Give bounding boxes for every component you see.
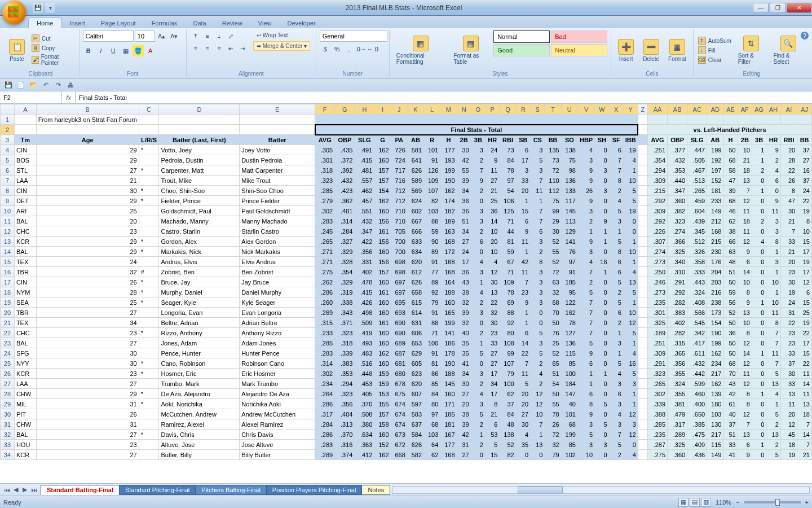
data-cell[interactable]: 583 (407, 409, 423, 419)
data-cell[interactable]: 26 (36, 409, 139, 419)
name-box[interactable]: F2 (0, 91, 62, 103)
data-cell[interactable]: 156 (374, 237, 391, 247)
data-cell[interactable]: 88 (424, 216, 440, 226)
data-cell[interactable]: 624 (407, 196, 423, 206)
header-cell[interactable]: OBP (335, 135, 355, 145)
header-cell[interactable]: 3B (471, 135, 485, 145)
data-cell[interactable]: 1 (609, 348, 623, 358)
header-cell[interactable]: OBP (668, 135, 687, 145)
data-cell[interactable]: 27 (36, 379, 139, 389)
data-cell[interactable]: 66 (723, 237, 738, 247)
data-cell[interactable]: 29 (36, 196, 139, 206)
header-cell[interactable]: H (723, 135, 738, 145)
data-cell[interactable]: .189 (648, 328, 668, 338)
data-cell[interactable]: 126 (424, 165, 440, 176)
data-cell[interactable]: 102 (561, 450, 577, 460)
data-cell[interactable]: 1 (595, 237, 609, 247)
data-cell[interactable]: 91 (561, 267, 577, 277)
data-cell[interactable]: 5 (623, 369, 638, 379)
data-cell[interactable]: 9 (766, 196, 780, 206)
data-cell[interactable]: 3 (471, 399, 485, 409)
data-cell[interactable]: 21 (485, 409, 499, 419)
data-cell[interactable]: 626 (407, 440, 423, 450)
data-cell[interactable]: 19 (623, 206, 638, 216)
data-cell[interactable]: 3 (531, 338, 545, 348)
data-cell[interactable]: 1 (595, 226, 609, 237)
data-cell[interactable]: 0 (752, 247, 766, 257)
data-cell[interactable] (139, 450, 159, 460)
data-cell[interactable]: 2 (766, 419, 780, 430)
data-cell[interactable]: 52 (723, 308, 738, 318)
data-cell[interactable]: 73 (545, 155, 561, 165)
data-cell[interactable]: 168 (440, 450, 457, 460)
data-cell[interactable]: 230 (707, 247, 723, 257)
data-cell[interactable]: 631 (407, 318, 423, 328)
format-painter-button[interactable]: 🖌Format Painter (30, 53, 76, 67)
data-cell[interactable] (638, 348, 647, 358)
tab-view[interactable]: View (250, 18, 280, 28)
data-cell[interactable]: 623 (407, 369, 423, 379)
data-cell[interactable]: 52 (545, 257, 561, 267)
data-cell[interactable] (638, 389, 647, 399)
data-cell[interactable]: 0 (595, 348, 609, 358)
data-cell[interactable]: 17 (797, 338, 812, 348)
data-cell[interactable]: TBR (14, 267, 36, 277)
data-cell[interactable]: 19 (797, 257, 812, 267)
header-cell[interactable]: SB (516, 135, 530, 145)
data-cell[interactable]: 4 (623, 267, 638, 277)
data-cell[interactable]: 22 (485, 297, 499, 308)
data-cell[interactable]: 1 (752, 186, 766, 196)
data-cell[interactable]: 37 (780, 358, 797, 369)
data-cell[interactable]: .347 (355, 226, 374, 237)
data-cell[interactable]: 612 (407, 267, 423, 277)
data-cell[interactable]: 39 (723, 186, 738, 196)
data-cell[interactable]: 78 (500, 287, 516, 297)
data-cell[interactable]: .426 (355, 297, 374, 308)
data-cell[interactable]: .422 (355, 237, 374, 247)
data-cell[interactable]: 9 (577, 196, 594, 206)
data-cell[interactable]: 712 (391, 186, 407, 196)
data-cell[interactable]: 138 (561, 145, 577, 155)
data-cell[interactable]: 233 (707, 196, 723, 206)
data-cell[interactable]: .325 (668, 440, 687, 450)
data-cell[interactable]: 33 (516, 176, 530, 186)
data-cell[interactable]: 11 (797, 369, 812, 379)
data-cell[interactable]: 37 (797, 145, 812, 155)
data-cell[interactable]: 162 (440, 186, 457, 196)
header-cell[interactable]: SH (595, 135, 609, 145)
data-cell[interactable]: .491 (355, 145, 374, 155)
data-cell[interactable]: 10 (797, 226, 812, 237)
data-cell[interactable]: .286 (315, 287, 335, 297)
data-cell[interactable]: 18 (797, 409, 812, 419)
data-cell[interactable]: 9 (595, 216, 609, 226)
data-cell[interactable]: MIL (14, 399, 36, 409)
data-cell[interactable]: 2 (471, 379, 485, 389)
data-cell[interactable]: 9 (577, 237, 594, 247)
header-cell[interactable]: IBB (623, 135, 638, 145)
data-cell[interactable]: 705 (391, 226, 407, 237)
align-left-button[interactable]: ≡ (190, 43, 201, 54)
data-cell[interactable]: 127 (561, 328, 577, 338)
data-cell[interactable]: 5 (623, 196, 638, 206)
data-cell[interactable]: 0 (531, 308, 545, 318)
format-as-table-button[interactable]: ▦Format as Table (450, 30, 491, 70)
data-cell[interactable]: 147 (561, 389, 577, 399)
data-cell[interactable]: 7 (577, 308, 594, 318)
data-cell[interactable]: 3 (471, 369, 485, 379)
data-cell[interactable]: 97 (424, 409, 440, 419)
data-cell[interactable]: 154 (374, 186, 391, 196)
data-cell[interactable]: Alex Gordon (240, 237, 315, 247)
data-cell[interactable]: .307 (648, 237, 668, 247)
data-cell[interactable]: 25 (36, 297, 139, 308)
data-cell[interactable]: 20 (780, 409, 797, 419)
data-cell[interactable]: 675 (391, 389, 407, 399)
data-cell[interactable]: 103 (707, 409, 723, 419)
data-cell[interactable]: BAL (14, 430, 36, 440)
data-cell[interactable]: LAA (14, 176, 36, 186)
data-cell[interactable]: 68 (424, 419, 440, 430)
data-cell[interactable]: 2 (609, 318, 623, 328)
dec-indent-button[interactable]: ⇤ (226, 43, 237, 54)
data-cell[interactable]: .355 (668, 389, 687, 399)
col-header-L[interactable]: L (424, 104, 440, 115)
data-cell[interactable]: 62 (500, 389, 516, 399)
